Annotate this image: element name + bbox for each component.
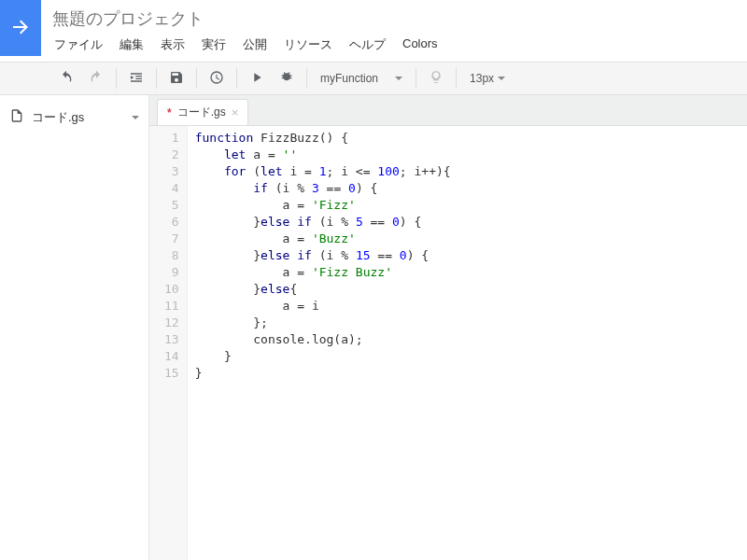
line-number: 5 xyxy=(164,197,179,214)
bug-icon xyxy=(279,70,294,88)
code-line[interactable]: a = 'Buzz' xyxy=(195,231,451,247)
menubar: ファイル編集表示実行公開リソースヘルプColors xyxy=(41,32,747,62)
run-button[interactable] xyxy=(243,65,271,91)
menu-item[interactable]: リソース xyxy=(276,34,340,56)
code-line[interactable]: }else{ xyxy=(195,281,451,298)
separator xyxy=(116,68,117,89)
file-sidebar: コード.gs xyxy=(0,95,149,560)
menu-item[interactable]: 実行 xyxy=(194,34,233,56)
separator xyxy=(306,68,307,89)
line-number: 12 xyxy=(164,315,179,331)
chevron-down-icon xyxy=(132,116,139,119)
line-number: 2 xyxy=(164,147,179,163)
editor-tab[interactable]: * コード.gs × xyxy=(157,99,248,125)
save-button[interactable] xyxy=(162,65,190,91)
separator xyxy=(236,68,237,89)
file-item[interactable]: コード.gs xyxy=(0,103,148,132)
separator xyxy=(416,68,416,89)
chevron-down-icon xyxy=(498,77,505,80)
file-icon xyxy=(9,108,24,126)
indent-button[interactable] xyxy=(122,65,150,91)
app-root: 無題のプロジェクト ファイル編集表示実行公開リソースヘルプColors xyxy=(0,0,747,560)
function-select-label: myFunction xyxy=(320,72,378,85)
header: 無題のプロジェクト ファイル編集表示実行公開リソースヘルプColors xyxy=(0,0,747,62)
line-number: 11 xyxy=(164,298,179,315)
menu-item[interactable]: 公開 xyxy=(235,34,275,56)
line-number: 4 xyxy=(164,180,179,197)
header-right: 無題のプロジェクト ファイル編集表示実行公開リソースヘルプColors xyxy=(41,0,747,62)
code-line[interactable]: a = 'Fizz Buzz' xyxy=(195,264,451,281)
separator xyxy=(456,68,457,89)
separator xyxy=(196,68,197,89)
code-area[interactable]: function FizzBuzz() { let a = '' for (le… xyxy=(188,126,458,560)
line-number: 10 xyxy=(164,281,179,298)
code-line[interactable]: a = 'Fizz' xyxy=(195,197,451,214)
menu-item[interactable]: Colors xyxy=(395,34,445,56)
code-line[interactable]: }else if (i % 15 == 0) { xyxy=(195,247,451,264)
debug-button[interactable] xyxy=(273,65,301,91)
menu-item[interactable]: 表示 xyxy=(153,34,192,56)
indent-icon xyxy=(129,70,144,88)
code-line[interactable]: } xyxy=(195,365,451,382)
font-size-label: 13px xyxy=(470,72,494,85)
arrow-right-icon xyxy=(9,16,32,41)
line-number: 1 xyxy=(164,130,179,147)
redo-icon xyxy=(89,70,104,88)
dirty-indicator: * xyxy=(167,106,172,119)
code-editor[interactable]: 123456789101112131415 function FizzBuzz(… xyxy=(149,125,747,560)
lightbulb-icon xyxy=(429,70,444,88)
line-number: 13 xyxy=(164,331,179,348)
toolbar: myFunction 13px xyxy=(0,62,747,95)
function-select[interactable]: myFunction xyxy=(313,65,410,91)
code-line[interactable]: }else if (i % 5 == 0) { xyxy=(195,214,451,231)
play-icon xyxy=(249,70,264,88)
undo-icon xyxy=(59,70,74,88)
code-line[interactable]: if (i % 3 == 0) { xyxy=(195,180,451,197)
code-line[interactable]: let a = '' xyxy=(195,147,451,163)
line-number: 8 xyxy=(164,247,179,264)
save-icon xyxy=(169,70,184,88)
undo-button[interactable] xyxy=(52,65,80,91)
line-number: 15 xyxy=(164,365,179,382)
lightbulb-button[interactable] xyxy=(422,65,450,91)
project-title[interactable]: 無題のプロジェクト xyxy=(41,0,747,32)
tabbar: * コード.gs × xyxy=(149,95,747,125)
line-number: 6 xyxy=(164,214,179,231)
code-line[interactable]: a = i xyxy=(195,298,451,315)
line-number: 9 xyxy=(164,264,179,281)
code-line[interactable]: function FizzBuzz() { xyxy=(195,130,451,147)
code-line[interactable]: console.log(a); xyxy=(195,331,451,348)
tab-label: コード.gs xyxy=(177,105,226,120)
redo-button[interactable] xyxy=(82,65,110,91)
main: コード.gs * コード.gs × 123456789101112131415 … xyxy=(0,95,747,560)
app-logo[interactable] xyxy=(0,0,41,56)
editor-pane: * コード.gs × 123456789101112131415 functio… xyxy=(149,95,747,560)
close-icon[interactable]: × xyxy=(232,105,239,119)
code-line[interactable]: }; xyxy=(195,315,451,331)
code-line[interactable]: for (let i = 1; i <= 100; i++){ xyxy=(195,163,451,180)
clock-icon xyxy=(209,70,224,88)
menu-item[interactable]: ヘルプ xyxy=(342,34,393,56)
line-gutter: 123456789101112131415 xyxy=(149,126,188,560)
history-button[interactable] xyxy=(203,65,231,91)
line-number: 7 xyxy=(164,231,179,247)
line-number: 3 xyxy=(164,163,179,180)
chevron-down-icon xyxy=(395,77,402,80)
line-number: 14 xyxy=(164,348,179,365)
menu-item[interactable]: 編集 xyxy=(112,34,151,56)
file-item-label: コード.gs xyxy=(32,109,84,126)
separator xyxy=(156,68,157,89)
menu-item[interactable]: ファイル xyxy=(47,34,110,56)
code-line[interactable]: } xyxy=(195,348,451,365)
font-size-select[interactable]: 13px xyxy=(462,65,513,91)
